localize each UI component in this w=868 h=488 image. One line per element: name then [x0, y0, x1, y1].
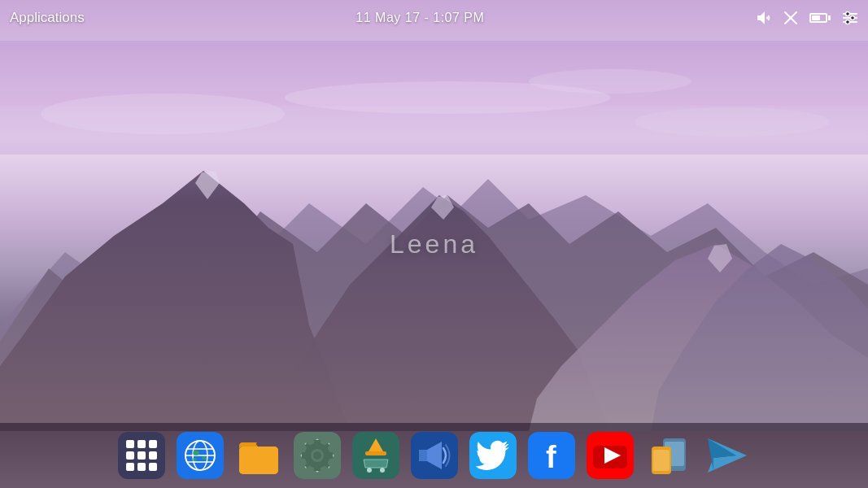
files-icon[interactable]: [235, 432, 282, 479]
svg-point-22: [846, 12, 850, 16]
svg-point-41: [313, 451, 321, 460]
youtube-icon[interactable]: [587, 432, 634, 479]
statusbar: Applications 11 May 17 - 1:07 PM: [0, 0, 868, 36]
svg-rect-59: [653, 450, 670, 471]
svg-point-15: [529, 69, 691, 94]
svg-point-33: [202, 456, 207, 460]
volume-icon[interactable]: [756, 11, 772, 25]
svg-point-46: [380, 468, 385, 473]
send-icon[interactable]: [704, 432, 751, 479]
svg-point-24: [846, 20, 850, 24]
megaphone-icon[interactable]: [411, 432, 458, 479]
settings-icon[interactable]: [294, 432, 341, 479]
svg-point-34: [192, 458, 197, 461]
close-button[interactable]: [783, 11, 798, 25]
svg-point-14: [635, 107, 830, 137]
svg-marker-16: [757, 11, 765, 24]
svg-point-23: [851, 16, 855, 20]
facebook-icon[interactable]: f: [528, 432, 575, 479]
svg-point-32: [193, 451, 199, 455]
svg-rect-49: [419, 450, 427, 461]
svg-rect-37: [239, 447, 278, 474]
statusbar-left: Applications: [10, 10, 85, 26]
twitter-icon[interactable]: [469, 432, 517, 479]
battery-icon: [809, 13, 831, 23]
app-drawer-icon[interactable]: [118, 432, 165, 479]
datetime-display: 11 May 17 - 1:07 PM: [355, 11, 484, 25]
dock: f: [0, 423, 868, 488]
quick-settings-icon[interactable]: [842, 11, 858, 25]
svg-point-45: [367, 468, 372, 473]
applications-menu[interactable]: Applications: [10, 10, 85, 26]
multiwindow-icon[interactable]: [645, 432, 692, 479]
svg-rect-44: [365, 451, 386, 455]
svg-point-12: [41, 94, 285, 134]
statusbar-right: [756, 11, 858, 25]
browser-icon[interactable]: [177, 432, 224, 479]
store-icon[interactable]: [352, 432, 399, 479]
watermark-text: Leena: [390, 229, 478, 259]
svg-text:f: f: [546, 440, 556, 474]
